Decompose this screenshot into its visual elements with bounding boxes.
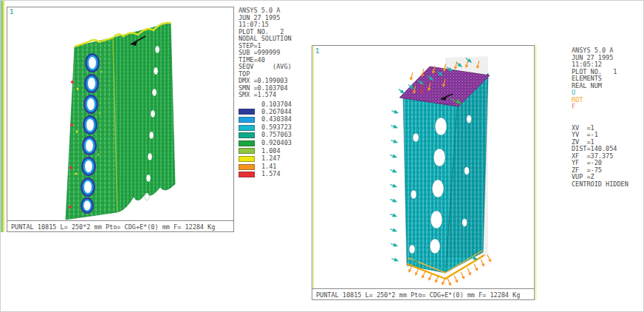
legend-row: 0.593723 (239, 123, 292, 132)
legend-swatch (239, 140, 255, 146)
legend-row: 1.574 (239, 171, 292, 179)
legend-row: 1.247 (239, 155, 292, 163)
legend-row: 0.267044 (239, 108, 292, 116)
legend-value: 1.574 (261, 171, 281, 178)
annot-spacer (572, 111, 628, 125)
legend-value: 0.593723 (261, 124, 292, 132)
right-window-number: 1 (315, 47, 319, 55)
legend-swatch (239, 148, 255, 154)
legend-swatch (239, 156, 255, 162)
left-window-edge-yellow (3, 1, 4, 232)
legend-top-value: 0.103704 (239, 101, 292, 109)
annot-line: SMX =1.574 (239, 92, 292, 99)
left-caption: PUNTAL 10815 L= 250*2 mm Pto= CDG+E*(0) … (7, 220, 233, 231)
legend-value: 0.920403 (261, 140, 292, 147)
legend-row: 0.920403 (239, 139, 292, 147)
legend-row: 1.41 (239, 163, 292, 171)
right-annotation-block: ANSYS 5.0 A JUN 27 1995 11:05:12 PLOT NO… (572, 47, 628, 188)
element-model[interactable] (312, 46, 534, 289)
legend-value: 1.084 (261, 148, 281, 155)
right-window-edge-yellow (535, 45, 536, 300)
legend-value: 0.267044 (261, 109, 292, 116)
legend-row: 0.430384 (239, 116, 292, 124)
legend-value: 0.757063 (261, 132, 292, 139)
legend-row: 0.757063 (239, 132, 292, 140)
legend-value: 1.41 (261, 163, 276, 171)
legend-swatch (239, 132, 255, 138)
symbol-f-label: F (572, 104, 628, 111)
annot-line: CENTROID HIDDEN (572, 181, 628, 189)
ansys-dual-screenshot: 1 PUNTAL 10815 L= 250*2 mm Pto= CDG+E*(0… (0, 0, 644, 312)
constraint-arrows-left-edge (389, 109, 400, 262)
legend-swatch (239, 172, 255, 177)
legend-value: 1.247 (261, 155, 281, 163)
right-caption: PUNTAL 10815 L= 250*2 mm Pto= CDG+E*(0) … (312, 288, 534, 299)
legend-swatch (239, 164, 255, 170)
stress-color-legend: 0.103704 0.267044 0.430384 0.593723 0.75… (239, 101, 292, 179)
column-right-face (113, 23, 175, 212)
legend-swatch (239, 125, 255, 131)
legend-value: 0.430384 (261, 116, 292, 123)
legend-swatch (239, 117, 255, 123)
symbol-rot-label: ROT (572, 97, 628, 104)
left-annotation-block: ANSYS 5.0 A JUN 27 1995 11:07:15 PLOT NO… (239, 7, 292, 178)
annot-line: REAL NUM (572, 83, 628, 90)
legend-swatch (239, 109, 255, 115)
legend-row: 1.084 (239, 147, 292, 155)
left-window-number: 1 (10, 8, 13, 16)
stress-contour-model[interactable] (7, 7, 233, 220)
